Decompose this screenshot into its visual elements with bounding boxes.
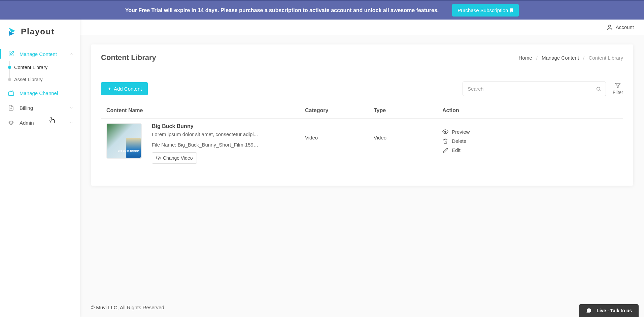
sidebar: Playout Manage Content Content Library A…: [0, 20, 80, 317]
content-card: Content Library Home / Manage Content / …: [91, 44, 633, 186]
pencil-icon: [442, 148, 448, 153]
bookmark-icon: [510, 8, 513, 12]
upload-cloud-icon: [156, 156, 161, 160]
search-input[interactable]: [463, 82, 606, 96]
preview-action[interactable]: Preview: [442, 129, 618, 135]
brand-name: Playout: [21, 27, 55, 36]
table-row: Big Buck BUNNY Big Buck Bunny Lorem ipsu…: [101, 119, 623, 172]
trial-banner-text: Your Free Trial will expire in 14 days. …: [125, 7, 439, 13]
delete-action[interactable]: Delete: [442, 138, 618, 144]
content-filename: File Name: Big_Buck_Bunny_Short_Film-159…: [152, 142, 260, 148]
preview-label: Preview: [452, 129, 470, 135]
breadcrumb-home[interactable]: Home: [518, 55, 532, 61]
sidebar-item-label: Manage Content: [20, 51, 69, 57]
edit-label: Edit: [452, 147, 461, 153]
svg-point-7: [445, 131, 446, 133]
search-icon[interactable]: [596, 86, 601, 92]
delete-label: Delete: [452, 138, 466, 144]
chevron-down-icon: [69, 106, 73, 110]
live-chat-button[interactable]: Live - Talk to us: [579, 304, 639, 317]
svg-marker-6: [615, 83, 620, 88]
content-table: Content Name Category Type Action Big Bu…: [101, 103, 623, 172]
dot-icon: [8, 66, 11, 69]
sidebar-item-manage-content[interactable]: Manage Content: [0, 46, 80, 61]
th-action: Action: [442, 107, 618, 114]
thumb-badge: Big Buck BUNNY: [118, 150, 140, 152]
trial-banner: Your Free Trial will expire in 14 days. …: [0, 0, 644, 20]
live-chat-label: Live - Talk to us: [597, 308, 632, 313]
sidebar-sub-label: Asset Library: [14, 77, 43, 82]
svg-point-4: [597, 87, 600, 90]
sidebar-item-label: Billing: [20, 105, 69, 111]
cell-type: Video: [374, 123, 442, 164]
dot-icon: [8, 78, 11, 81]
chevron-up-icon: [69, 52, 73, 56]
invoice-icon: [7, 105, 15, 111]
eye-icon: [442, 129, 448, 135]
sidebar-item-billing[interactable]: Billing: [0, 100, 80, 115]
breadcrumb-current: Content Library: [588, 55, 623, 61]
change-video-button[interactable]: Change Video: [152, 152, 197, 164]
funnel-icon: [615, 83, 621, 89]
sidebar-item-label: Manage Channel: [20, 90, 73, 96]
sidebar-item-manage-channel[interactable]: Manage Channel: [0, 86, 80, 100]
playout-logo-icon: [7, 26, 18, 37]
th-type: Type: [374, 107, 442, 114]
edit-action[interactable]: Edit: [442, 147, 618, 153]
chevron-down-icon: [69, 121, 73, 125]
content-thumbnail[interactable]: Big Buck BUNNY: [106, 123, 142, 159]
user-icon: [606, 24, 613, 31]
footer-copyright: © Muvi LLC, All Rights Reserved: [80, 298, 644, 317]
purchase-subscription-button[interactable]: Purchase Subscription: [452, 4, 519, 17]
sidebar-sub-label: Content Library: [14, 65, 47, 70]
tv-icon: [7, 90, 15, 96]
filter-button[interactable]: Filter: [613, 83, 623, 95]
account-label: Account: [616, 24, 634, 30]
main: Account Content Library Home / Manage Co…: [80, 20, 644, 317]
brand-logo[interactable]: Playout: [0, 26, 80, 46]
breadcrumb: Home / Manage Content / Content Library: [518, 55, 623, 61]
topbar: Account: [80, 20, 644, 35]
cell-category: Video: [305, 123, 374, 164]
svg-line-5: [600, 90, 601, 91]
breadcrumb-sep: /: [583, 55, 584, 61]
content-title: Big Buck Bunny: [152, 123, 305, 129]
search-wrap: [463, 82, 606, 96]
sidebar-item-label: Admin: [20, 120, 69, 126]
account-menu[interactable]: Account: [606, 24, 634, 31]
trash-icon: [442, 138, 448, 144]
plus-icon: [107, 87, 112, 91]
th-category: Category: [305, 107, 374, 114]
breadcrumb-sep: /: [536, 55, 538, 61]
add-content-button[interactable]: Add Content: [101, 82, 148, 95]
breadcrumb-manage-content[interactable]: Manage Content: [542, 55, 579, 61]
th-content-name: Content Name: [106, 107, 305, 114]
sidebar-sub-content-library[interactable]: Content Library: [7, 61, 80, 73]
sidebar-sub-asset-library[interactable]: Asset Library: [7, 73, 80, 86]
filter-label: Filter: [613, 90, 623, 95]
add-content-label: Add Content: [114, 86, 142, 92]
svg-rect-0: [9, 92, 14, 95]
chat-bubble-icon: [586, 308, 592, 314]
sidebar-subnav: Content Library Asset Library: [0, 61, 80, 86]
table-header: Content Name Category Type Action: [101, 103, 623, 119]
svg-point-1: [608, 25, 611, 27]
page-title: Content Library: [101, 53, 156, 62]
purchase-subscription-label: Purchase Subscription: [457, 7, 508, 13]
edit-icon: [7, 51, 15, 57]
sidebar-item-admin[interactable]: Admin: [0, 115, 80, 130]
change-video-label: Change Video: [163, 155, 193, 161]
graduation-cap-icon: [7, 120, 15, 126]
content-description: Lorem ipsum dolor sit amet, consectetur …: [152, 131, 260, 137]
